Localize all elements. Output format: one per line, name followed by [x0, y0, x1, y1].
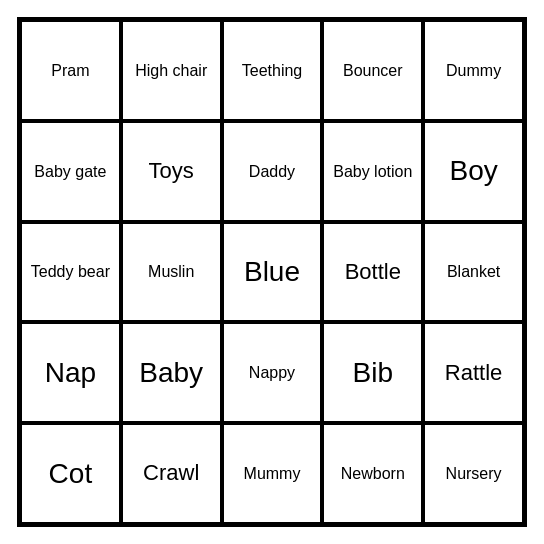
- bingo-cell-r0c1: High chair: [121, 20, 222, 121]
- bingo-cell-r1c2: Daddy: [222, 121, 323, 222]
- bingo-cell-r0c0: Pram: [20, 20, 121, 121]
- bingo-cell-r2c0: Teddy bear: [20, 222, 121, 323]
- bingo-cell-r1c3: Baby lotion: [322, 121, 423, 222]
- bingo-cell-r1c1: Toys: [121, 121, 222, 222]
- bingo-cell-r0c2: Teething: [222, 20, 323, 121]
- bingo-cell-r3c4: Rattle: [423, 322, 524, 423]
- bingo-cell-r0c3: Bouncer: [322, 20, 423, 121]
- bingo-cell-r4c2: Mummy: [222, 423, 323, 524]
- bingo-cell-r4c0: Cot: [20, 423, 121, 524]
- bingo-cell-r1c4: Boy: [423, 121, 524, 222]
- bingo-cell-r1c0: Baby gate: [20, 121, 121, 222]
- bingo-cell-r0c4: Dummy: [423, 20, 524, 121]
- bingo-board: PramHigh chairTeethingBouncerDummyBaby g…: [17, 17, 527, 527]
- bingo-cell-r3c0: Nap: [20, 322, 121, 423]
- bingo-cell-r2c2: Blue: [222, 222, 323, 323]
- bingo-cell-r2c4: Blanket: [423, 222, 524, 323]
- bingo-cell-r4c3: Newborn: [322, 423, 423, 524]
- bingo-cell-r3c3: Bib: [322, 322, 423, 423]
- bingo-cell-r2c3: Bottle: [322, 222, 423, 323]
- bingo-cell-r2c1: Muslin: [121, 222, 222, 323]
- bingo-cell-r3c2: Nappy: [222, 322, 323, 423]
- bingo-cell-r4c4: Nursery: [423, 423, 524, 524]
- bingo-cell-r3c1: Baby: [121, 322, 222, 423]
- bingo-cell-r4c1: Crawl: [121, 423, 222, 524]
